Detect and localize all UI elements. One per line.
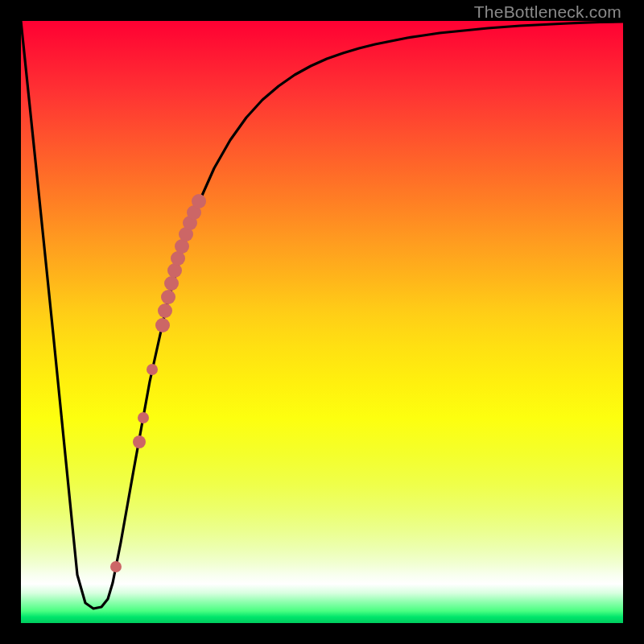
- data-dot: [192, 194, 206, 208]
- chart-svg: [21, 21, 623, 623]
- outer-frame: TheBottleneck.com: [0, 0, 644, 644]
- data-dot: [158, 303, 172, 318]
- data-dot: [155, 318, 170, 332]
- watermark-text: TheBottleneck.com: [474, 2, 621, 22]
- data-dot: [138, 412, 149, 423]
- data-dot: [110, 561, 122, 572]
- data-dot: [133, 436, 146, 448]
- main-curve: [21, 21, 623, 609]
- plot-area: [21, 21, 623, 623]
- data-dot: [147, 364, 158, 375]
- data-dot: [161, 290, 175, 304]
- data-dot: [164, 276, 179, 291]
